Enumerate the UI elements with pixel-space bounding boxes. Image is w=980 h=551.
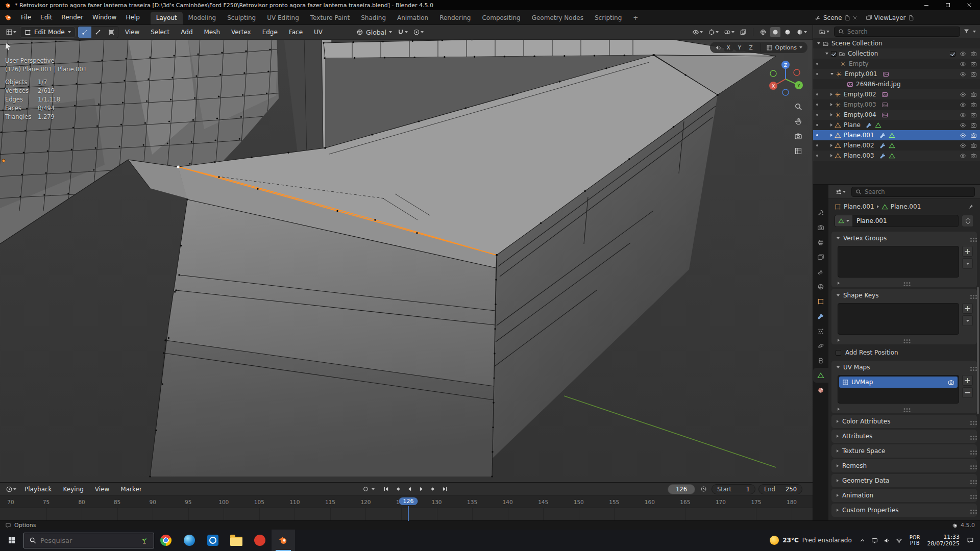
tab-view-layer[interactable] (813, 249, 828, 264)
add-uv-map-button[interactable]: + (962, 375, 973, 386)
pin-icon[interactable] (967, 204, 974, 210)
eye-icon[interactable] (960, 132, 966, 139)
properties-search-input[interactable] (865, 188, 971, 195)
menu-file[interactable]: File (16, 10, 36, 24)
render-camera-icon[interactable] (970, 112, 977, 118)
tab-physics[interactable] (813, 338, 828, 353)
shape-keys-header[interactable]: Shape Keys (831, 289, 977, 302)
filter-icon[interactable] (963, 28, 970, 35)
vertex-group-specials-button[interactable] (962, 258, 973, 269)
add-rest-position-checkbox[interactable] (836, 350, 841, 356)
close-button[interactable] (959, 0, 980, 10)
eye-icon[interactable] (960, 91, 966, 98)
next-keyframe-button[interactable] (428, 485, 438, 494)
workspace-tab-sculpting[interactable]: Sculpting (222, 12, 261, 24)
render-camera-icon[interactable] (948, 379, 954, 386)
shading-wireframe-button[interactable] (758, 27, 768, 37)
modifier-wrench-icon[interactable] (879, 142, 886, 149)
menu-vertex[interactable]: Vertex (227, 25, 256, 39)
tab-object-data[interactable] (813, 368, 828, 383)
mirror-y-button[interactable]: Y (736, 43, 744, 52)
menu-edge[interactable]: Edge (258, 25, 282, 39)
show-overlays-toggle[interactable] (722, 27, 736, 37)
scene-selector[interactable]: Scene (823, 14, 842, 21)
zoom-tool-icon[interactable] (794, 103, 802, 111)
taskbar-app-edge[interactable] (178, 530, 201, 551)
edge-select-button[interactable] (91, 27, 105, 38)
proportional-editing-toggle[interactable] (411, 27, 425, 37)
minimize-button[interactable] (916, 0, 937, 10)
outliner-row-empty-002[interactable]: Empty.002 (813, 89, 980, 99)
tab-particles[interactable] (813, 323, 828, 338)
jump-to-end-button[interactable] (439, 485, 450, 494)
maximize-button[interactable] (937, 0, 959, 10)
remesh-panel[interactable]: Remesh (831, 459, 977, 472)
outliner-search-input[interactable] (847, 28, 956, 35)
blender-logo-menu[interactable] (0, 13, 16, 21)
shading-rendered-button[interactable] (795, 27, 808, 37)
tweak-tool-icon[interactable] (4, 42, 12, 51)
exclude-checkbox[interactable] (950, 51, 955, 57)
language-indicator[interactable]: POR PTB (910, 535, 920, 546)
new-view-layer-icon[interactable] (908, 15, 914, 21)
menu-keying[interactable]: Keying (59, 483, 88, 495)
workspace-tab-texture-paint[interactable]: Texture Paint (305, 12, 355, 24)
geometry-data-panel[interactable]: Geometry Data (831, 474, 977, 487)
render-camera-icon[interactable] (970, 153, 977, 159)
tab-modifiers[interactable] (813, 309, 828, 323)
outliner-row-plane-001[interactable]: Plane.001 (813, 130, 980, 140)
play-reverse-button[interactable] (404, 485, 414, 494)
taskbar-app-explorer[interactable] (225, 530, 248, 551)
eye-icon[interactable] (960, 71, 966, 78)
eye-icon[interactable] (960, 142, 966, 149)
tab-constraints[interactable] (813, 353, 828, 368)
menu-view[interactable]: View (90, 483, 114, 495)
render-camera-icon[interactable] (970, 71, 977, 78)
properties-editor-type-button[interactable] (834, 187, 847, 197)
menu-window[interactable]: Window (88, 10, 121, 24)
timeline-track[interactable] (0, 508, 813, 521)
menu-help[interactable]: Help (121, 10, 144, 24)
outliner-row-plane-003[interactable]: Plane.003 (813, 151, 980, 161)
notification-center-icon[interactable] (967, 537, 974, 544)
outliner-row-image-data[interactable]: 26986-mid.jpg (813, 79, 980, 89)
gizmo-neg-y[interactable] (770, 70, 776, 77)
options-dropdown[interactable]: Options (775, 44, 797, 51)
modifier-wrench-icon[interactable] (866, 122, 872, 129)
tray-expand-icon[interactable] (859, 537, 866, 544)
preview-range-clock-button[interactable] (698, 485, 708, 494)
workspace-tab-scripting[interactable]: Scripting (589, 12, 627, 24)
tab-scene[interactable] (813, 264, 828, 279)
outliner-row-empty-004[interactable]: Empty.004 (813, 110, 980, 120)
auto-keying-button[interactable] (360, 485, 371, 494)
mirror-x-button[interactable]: X (724, 43, 733, 52)
mesh-name-field[interactable]: Plane.001 (835, 215, 959, 227)
snap-toggle[interactable] (396, 27, 409, 37)
new-scene-icon[interactable] (844, 15, 850, 21)
tab-tool[interactable] (813, 205, 828, 220)
tab-object[interactable] (813, 294, 828, 309)
gizmo-neg-x[interactable] (794, 69, 800, 76)
breadcrumb-object[interactable]: Plane.001 (844, 203, 874, 210)
shape-key-specials-button[interactable] (962, 315, 973, 326)
outliner-row-plane[interactable]: Plane (813, 120, 980, 130)
taskbar-app-red[interactable] (248, 530, 272, 551)
outliner-row-collection[interactable]: Collection (813, 48, 980, 59)
outliner-row-empty-001[interactable]: Empty.001 (813, 69, 980, 79)
current-frame-badge[interactable]: 126 (399, 497, 418, 505)
workspace-tab-animation[interactable]: Animation (391, 12, 434, 24)
taskbar-app-blender[interactable] (272, 530, 295, 551)
menu-render[interactable]: Render (57, 10, 88, 24)
viewport-3d[interactable]: Edit Mode View Select Add Mesh Vertex Ed… (0, 25, 813, 482)
remove-uv-map-button[interactable]: − (962, 387, 973, 398)
eye-icon[interactable] (960, 153, 966, 159)
menu-edit[interactable]: Edit (36, 10, 57, 24)
taskbar-search[interactable] (23, 533, 154, 548)
jump-to-start-button[interactable] (381, 485, 391, 494)
outliner-row-plane-002[interactable]: Plane.002 (813, 140, 980, 151)
navigation-gizmo[interactable]: Z Y X (767, 59, 804, 96)
timeline-ruler[interactable]: 1801751701651601551501451401351301251201… (0, 496, 813, 508)
eye-icon[interactable] (960, 122, 966, 129)
workspace-tab-compositing[interactable]: Compositing (476, 12, 526, 24)
workspace-tab-shading[interactable]: Shading (355, 12, 391, 24)
